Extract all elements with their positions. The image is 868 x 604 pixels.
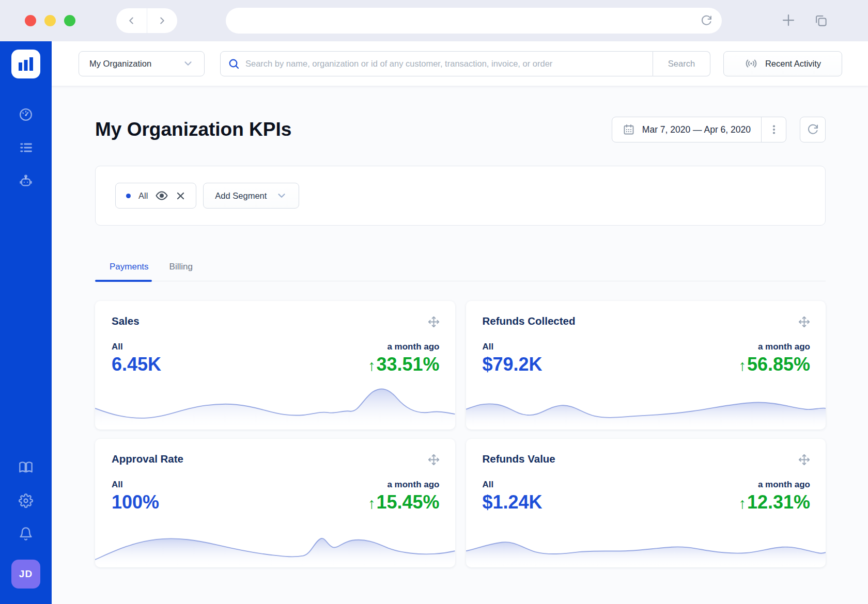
chevron-down-icon <box>182 58 194 69</box>
avatar-initials: JD <box>19 568 33 580</box>
kpi-change: ↑12.31% <box>738 491 810 513</box>
sidebar-item-automation[interactable] <box>16 170 36 191</box>
move-icon[interactable] <box>428 316 440 328</box>
kpi-period-label: a month ago <box>758 342 810 352</box>
back-button[interactable] <box>116 8 147 33</box>
up-arrow-icon: ↑ <box>738 495 746 512</box>
kpi-change-percent: 15.45% <box>376 491 439 513</box>
list-icon <box>19 140 33 155</box>
kpi-change-percent: 33.51% <box>376 354 439 375</box>
browser-nav-buttons <box>116 8 177 33</box>
kpi-card-approval-rate: Approval Rate All a month ago 100% ↑15.4… <box>95 439 455 567</box>
url-bar[interactable] <box>226 8 722 34</box>
kpi-card-refunds-collected: Refunds Collected All a month ago $79.2K… <box>466 301 826 430</box>
chevron-down-icon <box>276 190 287 201</box>
kpi-card-title: Refunds Value <box>483 453 555 465</box>
kebab-menu-icon <box>768 123 780 136</box>
segment-panel: All Add Segment <box>95 166 826 226</box>
search-button[interactable]: Search <box>653 51 710 76</box>
refresh-kpis-button[interactable] <box>800 117 826 142</box>
sparkline-chart <box>466 386 826 430</box>
kpi-tabs: Payments Billing <box>95 262 826 281</box>
sidebar-item-dashboard[interactable] <box>16 104 36 125</box>
sidebar-item-lists[interactable] <box>16 137 36 158</box>
kpi-value: $1.24K <box>483 491 542 513</box>
segment-chip-all[interactable]: All <box>115 183 196 209</box>
kpi-change-percent: 12.31% <box>747 491 810 513</box>
chevron-left-icon <box>126 15 137 26</box>
gauge-icon <box>19 107 33 122</box>
recent-activity-button[interactable]: Recent Activity <box>723 51 842 76</box>
kpi-segment-label: All <box>483 480 494 490</box>
window-controls <box>25 15 75 26</box>
kpi-change-percent: 56.85% <box>747 354 810 375</box>
kpi-change: ↑33.51% <box>368 354 440 375</box>
kpi-card-sales: Sales All a month ago 6.45K ↑33.51% <box>95 301 455 430</box>
live-activity-icon <box>745 57 758 70</box>
kpi-card-title: Refunds Collected <box>483 315 576 327</box>
recent-activity-label: Recent Activity <box>765 59 821 69</box>
kpi-card-title: Sales <box>112 315 140 327</box>
sidebar-bottom-nav: JD <box>11 457 40 604</box>
sidebar-nav <box>16 104 36 203</box>
sparkline-chart <box>466 524 826 567</box>
page-title: My Organization KPIs <box>95 119 291 140</box>
add-segment-button[interactable]: Add Segment <box>203 183 299 209</box>
chevron-right-icon <box>157 15 168 26</box>
move-icon[interactable] <box>798 316 810 328</box>
book-icon <box>19 460 33 475</box>
add-segment-label: Add Segment <box>215 191 267 201</box>
new-tab-button[interactable] <box>781 12 796 28</box>
kpi-period-label: a month ago <box>387 480 439 490</box>
kpi-value: $79.2K <box>483 354 542 375</box>
kpi-segment-label: All <box>483 342 494 352</box>
close-window-button[interactable] <box>25 15 36 26</box>
robot-icon <box>19 173 33 188</box>
gear-icon <box>19 494 33 508</box>
minimize-window-button[interactable] <box>44 15 56 26</box>
kpi-period-label: a month ago <box>387 342 439 352</box>
segment-color-dot <box>126 194 131 198</box>
zoom-window-button[interactable] <box>64 15 75 26</box>
kpi-period-label: a month ago <box>758 480 810 490</box>
up-arrow-icon: ↑ <box>738 357 746 374</box>
calendar-icon <box>623 123 635 136</box>
search-icon <box>228 58 240 70</box>
move-icon[interactable] <box>798 454 810 466</box>
sidebar: JD <box>0 41 52 604</box>
kpi-change: ↑15.45% <box>368 491 440 513</box>
search-input[interactable] <box>220 51 653 76</box>
forward-button[interactable] <box>147 8 178 33</box>
app-header: My Organization Search Recent Activity <box>52 41 868 86</box>
remove-segment-icon[interactable] <box>176 191 185 201</box>
up-arrow-icon: ↑ <box>368 495 376 512</box>
kpi-card-title: Approval Rate <box>112 453 183 465</box>
kpi-change: ↑56.85% <box>738 354 810 375</box>
kpi-value: 6.45K <box>112 354 161 375</box>
app-logo[interactable] <box>11 50 40 78</box>
move-icon[interactable] <box>428 454 440 466</box>
kpi-segment-label: All <box>112 480 123 490</box>
bell-icon <box>19 527 33 541</box>
bar-chart-logo-icon <box>17 56 35 72</box>
global-search: Search <box>220 51 710 76</box>
tab-billing[interactable]: Billing <box>168 262 194 281</box>
date-options-button[interactable] <box>761 117 786 142</box>
sidebar-item-docs[interactable] <box>16 457 36 478</box>
date-range-button[interactable]: Mar 7, 2020 — Apr 6, 2020 <box>612 123 761 136</box>
organization-selector-label: My Organization <box>89 59 151 69</box>
sparkline-chart <box>95 524 455 567</box>
user-avatar[interactable]: JD <box>11 560 40 589</box>
sparkline-chart <box>95 386 455 430</box>
tab-overview-icon[interactable] <box>814 13 828 27</box>
reload-page-button[interactable] <box>700 14 712 27</box>
kpi-value: 100% <box>112 491 159 513</box>
date-range-label: Mar 7, 2020 — Apr 6, 2020 <box>642 124 751 135</box>
tab-payments[interactable]: Payments <box>109 262 150 281</box>
sidebar-item-notifications[interactable] <box>16 523 36 544</box>
eye-icon[interactable] <box>156 189 168 202</box>
kpi-segment-label: All <box>112 342 123 352</box>
segment-chip-label: All <box>138 191 148 201</box>
organization-selector[interactable]: My Organization <box>79 51 205 76</box>
sidebar-item-settings[interactable] <box>16 490 36 511</box>
